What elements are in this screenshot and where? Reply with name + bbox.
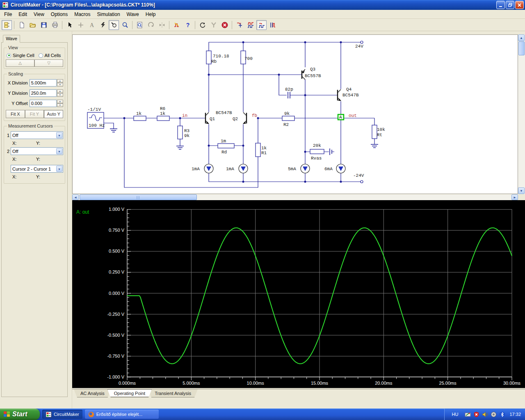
digital-analog-mode-icon[interactable]: [171, 20, 182, 30]
y-division-spinner[interactable]: ▲▼: [57, 89, 63, 97]
menu-wave[interactable]: Wave: [123, 10, 142, 18]
save-file-icon[interactable]: [39, 20, 49, 30]
stop-icon[interactable]: [219, 20, 230, 30]
schematic-horizontal-scrollbar[interactable]: ◄ ►: [72, 194, 518, 201]
taskbar-item-circuitmaker[interactable]: CircuitMaker: [42, 410, 82, 419]
scroll-left-icon[interactable]: ◄: [72, 194, 79, 200]
status-strip: [72, 398, 525, 409]
reset-icon[interactable]: [197, 20, 208, 30]
window-title: CircuitMaker - [C:\Program Files\...\ala…: [11, 2, 495, 8]
rotate-icon[interactable]: [146, 20, 156, 30]
help-icon[interactable]: ?: [183, 20, 193, 30]
waveform-digital-icon[interactable]: [245, 20, 256, 30]
toolbar-separator: [62, 21, 62, 29]
waveform-signal-icon[interactable]: [267, 20, 278, 30]
menu-options[interactable]: Options: [48, 10, 71, 18]
arrow-tool-icon[interactable]: [64, 20, 75, 30]
cell-up-button[interactable]: △: [6, 59, 34, 67]
menu-help[interactable]: Help: [142, 10, 159, 18]
cursor1-x-label: X:: [12, 141, 36, 146]
y-offset-input[interactable]: [30, 100, 57, 107]
start-button[interactable]: Start: [0, 409, 40, 420]
x-division-spinner[interactable]: ▲▼: [57, 79, 63, 87]
all-cells-radio[interactable]: [39, 53, 43, 58]
print-icon[interactable]: [50, 20, 60, 30]
scroll-down-icon[interactable]: ▼: [518, 187, 525, 194]
scroll-right-icon[interactable]: ►: [511, 194, 518, 200]
x-division-input[interactable]: [30, 79, 57, 87]
taskbar: Start CircuitMaker Erősítő építése elejé…: [0, 409, 525, 420]
wireless-mouse-icon[interactable]: [491, 411, 497, 418]
menu-view[interactable]: View: [30, 10, 48, 18]
svg-text:20.00ms: 20.00ms: [375, 381, 393, 386]
chevron-down-icon[interactable]: ▼: [56, 132, 62, 138]
tab-operating-point[interactable]: Operating Point: [107, 389, 152, 397]
firefox-icon: [88, 411, 94, 418]
single-cell-radio[interactable]: [7, 53, 11, 58]
toolbar-separator: [195, 21, 195, 29]
rd-value: 1m: [221, 139, 226, 144]
cell-down-button[interactable]: ▽: [34, 59, 63, 67]
scroll-up-icon[interactable]: ▲: [518, 34, 525, 41]
probe-tool-icon[interactable]: [109, 20, 119, 30]
new-document-icon[interactable]: [16, 20, 27, 30]
svg-text:15.00ms: 15.00ms: [311, 381, 329, 386]
menu-simulation[interactable]: Simulation: [94, 10, 123, 18]
pen-tablet-icon[interactable]: [465, 411, 471, 418]
text-tool-icon[interactable]: A: [87, 20, 97, 30]
svg-text:1.000 V: 1.000 V: [109, 207, 125, 212]
toolbar-separator: [169, 21, 169, 29]
auto-y-button[interactable]: Auto Y: [44, 110, 63, 118]
hscroll-thumb[interactable]: [80, 194, 197, 200]
zoom-page-icon[interactable]: [135, 20, 145, 30]
cursor2-y-label: Y:: [36, 157, 60, 162]
step-icon[interactable]: [208, 20, 219, 30]
waveform-scope-icon[interactable]: [256, 20, 267, 30]
panel-splitter[interactable]: [69, 31, 72, 409]
minimize-button[interactable]: [496, 1, 505, 9]
node-label-out: out: [349, 113, 357, 118]
restore-button[interactable]: [506, 1, 514, 9]
tab-ac-analysis[interactable]: AC Analysis: [74, 389, 111, 397]
chevron-down-icon[interactable]: ▼: [56, 166, 62, 172]
delete-tool-icon[interactable]: [98, 20, 108, 30]
source-amplitude: -1/1V: [87, 107, 101, 112]
menu-file[interactable]: File: [1, 10, 15, 18]
tab-transient-analysis[interactable]: Transient Analysis: [148, 389, 198, 397]
chevron-down-icon[interactable]: ▼: [56, 148, 62, 154]
schematic-canvas[interactable]: 710.18 Rb 700 Q3 BC557B 82p Q4 BC547B 24…: [72, 34, 518, 194]
mirror-icon[interactable]: [157, 20, 167, 30]
fit-x-button[interactable]: Fit X: [6, 110, 25, 118]
fit-y-button[interactable]: Fit Y: [25, 110, 44, 118]
schematic-vertical-scrollbar[interactable]: ▲ ▼: [518, 34, 525, 194]
cursor1-select[interactable]: Off ▼: [11, 131, 63, 139]
clock: 17:32: [509, 412, 521, 417]
taskbar-item-browser[interactable]: Erősítő építése elejét...: [85, 410, 159, 419]
waveform-window[interactable]: 1.000 V0.750 V0.500 V0.250 V0.000 V-0.25…: [72, 200, 525, 388]
vscroll-thumb[interactable]: [518, 41, 525, 55]
i1-value: 1mA: [192, 167, 200, 171]
wire-tool-icon[interactable]: [75, 20, 86, 30]
volume-icon[interactable]: [482, 411, 488, 418]
svg-text:-0.250 V: -0.250 V: [107, 312, 124, 317]
menu-macros[interactable]: Macros: [71, 10, 94, 18]
zoom-tool-icon[interactable]: [120, 20, 130, 30]
close-button[interactable]: [515, 1, 524, 9]
r6-value: 1k: [160, 111, 166, 116]
analysis-tabs: AC Analysis Operating Point Transient An…: [72, 389, 525, 398]
cursor-diff-select[interactable]: Cursor 2 - Cursor 1 ▼: [11, 165, 63, 173]
menu-edit[interactable]: Edit: [15, 10, 30, 18]
y-offset-spinner[interactable]: ▲▼: [57, 100, 63, 107]
language-indicator[interactable]: HU: [448, 411, 463, 418]
parts-browser-icon[interactable]: [2, 20, 12, 30]
taskbar-item-label: Erősítő építése elejét...: [96, 412, 143, 417]
waveform-transient-icon[interactable]: [234, 20, 244, 30]
security-alert-icon[interactable]: [473, 411, 479, 418]
open-file-icon[interactable]: [27, 20, 38, 30]
y-division-input[interactable]: [30, 89, 57, 97]
cursor2-select[interactable]: Off ▼: [11, 147, 63, 155]
bluetooth-icon[interactable]: [499, 411, 505, 418]
app-icon: [2, 2, 9, 8]
supply-pos-label: 24V: [355, 44, 363, 49]
tab-wave[interactable]: Wave: [3, 35, 20, 43]
